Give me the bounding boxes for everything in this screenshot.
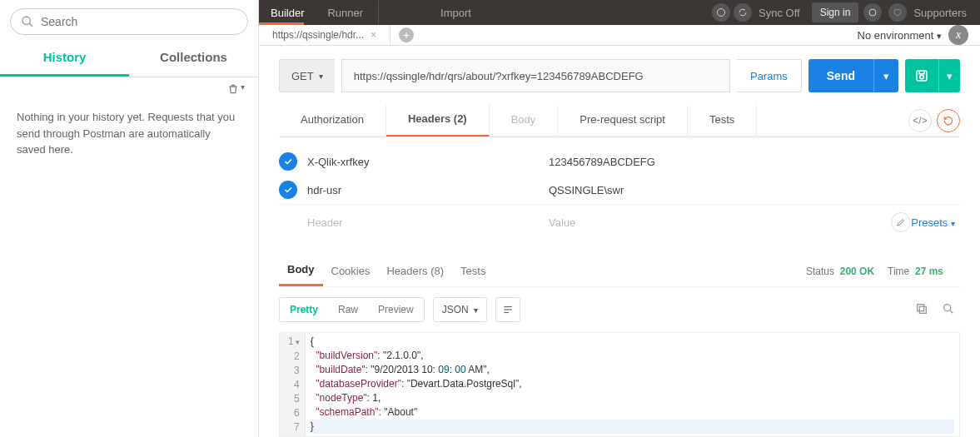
pencil-icon <box>896 217 906 227</box>
header-value[interactable]: QSSINGLE\swr <box>549 184 960 196</box>
header-row-new[interactable]: Header Value <box>279 208 884 236</box>
svg-point-6 <box>869 9 876 16</box>
sync-status: Sync Off <box>752 0 807 25</box>
response-tab-cookies[interactable]: Cookies <box>323 258 379 286</box>
search-icon <box>942 302 955 315</box>
notifications-icon[interactable] <box>863 3 882 22</box>
sync-icon[interactable] <box>734 3 752 22</box>
svg-rect-13 <box>918 304 924 310</box>
format-group: Pretty Raw Preview <box>279 297 425 322</box>
response-tab-body[interactable]: Body <box>279 256 323 286</box>
chevron-down-icon: ▾ <box>474 305 478 315</box>
svg-point-5 <box>718 9 725 17</box>
tab-tests[interactable]: Tests <box>688 105 757 136</box>
header-value[interactable]: 123456789ABCDEFG <box>549 156 960 168</box>
method-select[interactable]: GET▾ <box>279 59 335 92</box>
wrap-lines-button[interactable] <box>495 297 520 322</box>
status-value: 200 OK <box>840 266 874 277</box>
save-icon <box>914 68 929 83</box>
time-label: Time 27 ms <box>888 266 943 277</box>
environment-selector[interactable]: No environment ▾ <box>858 29 942 42</box>
tab-collections[interactable]: Collections <box>129 40 258 77</box>
response-body[interactable]: 1▾234567 { "buildVersion": "2.1.0.0", "b… <box>279 332 960 437</box>
request-tab-title: https://qssingle/hdr... <box>272 29 364 41</box>
line-gutter: 1▾234567 <box>280 333 306 436</box>
header-key[interactable]: hdr-usr <box>307 184 549 196</box>
tab-history[interactable]: History <box>0 40 129 77</box>
params-button[interactable]: Params <box>737 59 802 92</box>
header-key[interactable]: X-Qlik-xrfkey <box>307 156 549 168</box>
chevron-down-icon: ▾ <box>319 72 323 81</box>
heart-icon[interactable] <box>888 3 907 22</box>
url-input[interactable]: https://qssingle/hdr/qrs/about/?xrfkey=1… <box>341 59 730 92</box>
reset-button[interactable] <box>937 109 960 132</box>
language-select[interactable]: JSON▾ <box>433 297 487 322</box>
copy-response-button[interactable] <box>915 302 928 318</box>
time-value: 27 ms <box>915 266 943 277</box>
clear-history-button[interactable]: ▾ <box>0 77 258 101</box>
tab-authorization[interactable]: Authorization <box>279 105 386 136</box>
header-key-placeholder[interactable]: Header <box>307 216 549 229</box>
nav-supporters[interactable]: Supporters <box>913 7 967 19</box>
chevron-down-icon: ▾ <box>951 219 955 228</box>
reset-icon <box>943 115 954 127</box>
save-dropdown[interactable]: ▾ <box>938 59 960 92</box>
save-button[interactable] <box>905 59 938 92</box>
checkmark-icon[interactable] <box>279 181 297 199</box>
new-tab-button[interactable]: + <box>399 27 414 42</box>
svg-line-1 <box>29 23 32 27</box>
satellite-icon[interactable] <box>712 3 730 22</box>
svg-point-14 <box>944 304 951 310</box>
empty-history-message: Nothing in your history yet. Requests th… <box>0 101 258 166</box>
copy-icon <box>915 302 928 315</box>
wrap-icon <box>502 304 514 315</box>
close-tab-icon[interactable]: × <box>371 29 376 41</box>
presets-dropdown[interactable]: Presets ▾ <box>911 216 955 229</box>
chevron-down-icon: ▾ <box>937 31 942 41</box>
search-icon <box>21 15 34 28</box>
search-box[interactable] <box>10 8 248 35</box>
nav-runner[interactable]: Runner <box>316 0 375 25</box>
checkmark-icon[interactable] <box>279 152 297 171</box>
nav-import[interactable]: Import <box>429 0 483 25</box>
format-pretty[interactable]: Pretty <box>280 298 328 321</box>
sidebar: History Collections ▾ Nothing in your hi… <box>0 0 259 437</box>
bulk-edit-button[interactable] <box>891 212 911 232</box>
send-dropdown[interactable]: ▾ <box>873 59 898 92</box>
response-tab-headers[interactable]: Headers (8) <box>378 258 452 286</box>
trash-icon <box>227 82 239 96</box>
format-preview[interactable]: Preview <box>368 298 424 321</box>
code-lines: { "buildVersion": "2.1.0.0", "buildDate"… <box>306 333 959 436</box>
svg-point-8 <box>920 75 924 79</box>
search-input[interactable] <box>41 15 237 28</box>
header-value-placeholder[interactable]: Value <box>549 216 884 229</box>
svg-point-0 <box>22 17 30 24</box>
request-tabs: https://qssingle/hdr... × + No environme… <box>259 25 980 46</box>
new-window-button[interactable] <box>382 0 405 25</box>
svg-rect-12 <box>919 306 926 313</box>
request-tab[interactable]: https://qssingle/hdr... × <box>259 25 391 45</box>
topbar: Builder Runner Import Sync Off Sign in S… <box>259 0 980 25</box>
send-button[interactable]: Send <box>808 59 873 92</box>
tab-prerequest[interactable]: Pre-request script <box>558 105 688 136</box>
sign-in-button[interactable]: Sign in <box>812 2 859 22</box>
tab-body[interactable]: Body <box>490 105 559 136</box>
header-row[interactable]: X-Qlik-xrfkey 123456789ABCDEFG <box>279 147 960 176</box>
tab-headers[interactable]: Headers (2) <box>386 104 490 137</box>
svg-line-15 <box>950 310 953 313</box>
format-raw[interactable]: Raw <box>328 298 368 321</box>
response-tab-tests[interactable]: Tests <box>452 258 494 286</box>
import-icon-button[interactable] <box>405 0 429 25</box>
chevron-down-icon: ▾ <box>241 82 245 96</box>
header-row[interactable]: hdr-usr QSSINGLE\swr <box>279 176 960 204</box>
code-snippet-button[interactable]: </> <box>908 109 932 132</box>
nav-builder[interactable]: Builder <box>259 0 316 25</box>
search-response-button[interactable] <box>942 302 955 318</box>
environment-quicklook-button[interactable]: x <box>948 25 968 45</box>
status-label: Status 200 OK <box>806 266 874 277</box>
